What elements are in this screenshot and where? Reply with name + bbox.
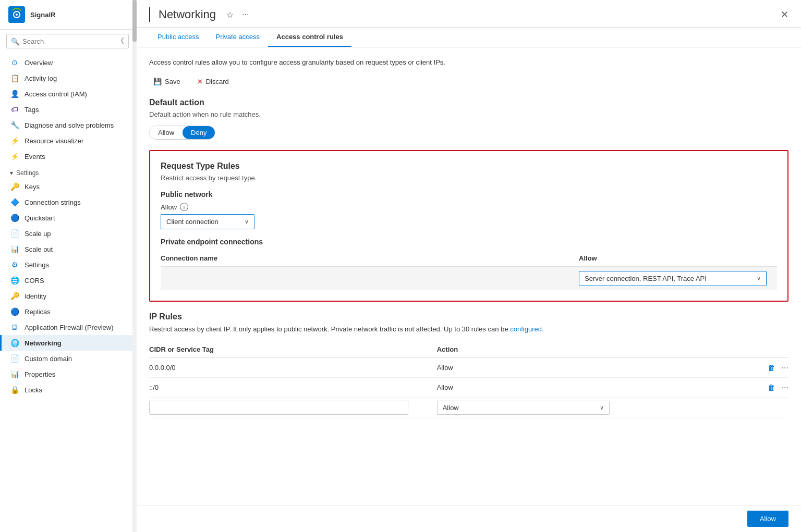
sidebar-item-app-firewall[interactable]: 🖥 Application Firewall (Preview) <box>0 319 135 335</box>
quickstart-icon: 🔵 <box>10 214 19 222</box>
scrollbar-track <box>132 0 137 532</box>
ip-rules-title: IP Rules <box>149 312 788 321</box>
connection-strings-icon: 🔷 <box>10 198 19 206</box>
sidebar-nav: ⊙ Overview 📋 Activity log 👤 Access contr… <box>0 53 135 400</box>
sidebar-item-diagnose[interactable]: 🔧 Diagnose and solve problems <box>0 117 135 133</box>
sidebar-item-label: Keys <box>25 183 40 191</box>
sidebar-item-properties[interactable]: 📊 Properties <box>0 366 135 382</box>
more-button[interactable]: ··· <box>240 8 251 21</box>
ip-ops-2: 🗑 ··· <box>628 378 788 398</box>
sidebar-item-label: Identity <box>25 292 46 300</box>
favorite-button[interactable]: ☆ <box>224 8 236 22</box>
sidebar-item-events[interactable]: ⚡ Events <box>0 149 135 164</box>
ip-action-input-cell: Allow ∨ <box>437 398 629 418</box>
allow-label: Allow i <box>161 203 777 211</box>
ip-cidr-1: 0.0.0.0/0 <box>149 358 437 378</box>
ip-rule-row-2: ::/0 Allow 🗑 ··· <box>149 378 788 398</box>
more-ops-2-button[interactable]: ··· <box>782 383 788 392</box>
delete-rule-2-button[interactable]: 🗑 <box>766 382 778 393</box>
ip-rules-section: IP Rules Restrict access by client IP. I… <box>149 312 788 418</box>
sidebar: SignalR 🔍 《 ⊙ Overview 📋 Activity log 👤 … <box>0 0 136 532</box>
scrollbar-thumb[interactable] <box>132 0 137 42</box>
sidebar-header: SignalR <box>0 0 135 30</box>
tab-access-control-rules[interactable]: Access control rules <box>268 28 351 47</box>
sidebar-item-custom-domain[interactable]: 📄 Custom domain <box>0 351 135 366</box>
app-title: SignalR <box>30 11 55 19</box>
allow-button[interactable]: Allow <box>747 511 788 527</box>
sidebar-item-overview[interactable]: ⊙ Overview <box>0 55 135 70</box>
ip-ops-input <box>628 398 788 418</box>
sidebar-item-access-control[interactable]: 👤 Access control (IAM) <box>0 86 135 102</box>
sidebar-item-locks[interactable]: 🔒 Locks <box>0 382 135 398</box>
sidebar-item-resource-visualizer[interactable]: ⚡ Resource visualizer <box>0 133 135 149</box>
networking-icon: 🌐 <box>10 339 19 347</box>
bottom-bar: Allow <box>137 505 801 532</box>
search-icon: 🔍 <box>11 38 19 45</box>
toggle-deny[interactable]: Deny <box>183 126 215 139</box>
server-connection-dropdown[interactable]: Server connection, REST API, Trace API ∨ <box>579 271 767 286</box>
sidebar-item-label: Overview <box>25 59 53 67</box>
sidebar-item-label: Scale out <box>25 245 53 253</box>
sidebar-item-activity-log[interactable]: 📋 Activity log <box>0 70 135 86</box>
settings-section-header[interactable]: ▾ Settings <box>0 164 135 179</box>
sidebar-item-replicas[interactable]: 🔵 Replicas <box>0 304 135 319</box>
tab-public-access[interactable]: Public access <box>149 28 207 47</box>
sidebar-item-label: Scale up <box>25 230 51 238</box>
server-connection-value: Server connection, REST API, Trace API <box>585 275 707 282</box>
sidebar-item-label: Networking <box>25 339 62 347</box>
action-dropdown[interactable]: Allow ∨ <box>437 401 610 415</box>
discard-icon: ✕ <box>197 78 203 85</box>
endpoint-allow-dropdown[interactable]: Server connection, REST API, Trace API ∨ <box>579 271 777 286</box>
col-connection-name-header: Connection name <box>161 254 579 262</box>
sidebar-item-quickstart[interactable]: 🔵 Quickstart <box>0 210 135 226</box>
ip-rules-link[interactable]: configured. <box>510 325 543 333</box>
sidebar-scroll-area <box>136 0 137 532</box>
default-action-title: Default action <box>149 98 788 107</box>
more-ops-1-button[interactable]: ··· <box>782 363 788 373</box>
replicas-icon: 🔵 <box>10 307 19 316</box>
sidebar-item-connection-strings[interactable]: 🔷 Connection strings <box>0 194 135 210</box>
svg-point-2 <box>16 14 18 16</box>
ip-cidr-2: ::/0 <box>149 378 437 398</box>
sidebar-item-keys[interactable]: 🔑 Keys <box>0 179 135 194</box>
collapse-button[interactable]: 《 <box>117 36 124 46</box>
tags-icon: 🏷 <box>10 105 19 114</box>
toolbar: 💾 Save ✕ Discard <box>149 76 788 88</box>
col-allow-header: Allow <box>579 254 777 262</box>
sidebar-item-cors[interactable]: 🌐 CORS <box>0 273 135 288</box>
default-action-toggle: Allow Deny <box>149 126 215 140</box>
save-button[interactable]: 💾 Save <box>149 76 185 88</box>
default-action-subtitle: Default action when no rule matches. <box>149 110 788 118</box>
sidebar-item-scale-up[interactable]: 📄 Scale up <box>0 226 135 241</box>
discard-button[interactable]: ✕ Discard <box>193 76 233 88</box>
sidebar-item-identity[interactable]: 🔑 Identity <box>0 288 135 304</box>
request-type-rules-subtitle: Restrict access by request type. <box>161 174 777 182</box>
sidebar-item-settings[interactable]: ⚙ Settings <box>0 257 135 273</box>
public-network-title: Public network <box>161 190 777 199</box>
sidebar-item-label: Settings <box>25 261 49 269</box>
search-box[interactable]: 🔍 《 <box>6 34 129 48</box>
sidebar-item-networking[interactable]: 🌐 Networking <box>0 335 135 351</box>
tab-private-access[interactable]: Private access <box>207 28 268 47</box>
close-button[interactable]: ✕ <box>781 9 788 20</box>
settings-icon: ⚙ <box>10 261 19 269</box>
sidebar-item-tags[interactable]: 🏷 Tags <box>0 102 135 117</box>
sidebar-item-scale-out[interactable]: 📊 Scale out <box>0 241 135 257</box>
tabs-bar: Public access Private access Access cont… <box>137 28 801 47</box>
allow-text: Allow <box>161 203 177 211</box>
client-connection-dropdown[interactable]: Client connection ∨ <box>161 214 254 229</box>
search-input[interactable] <box>22 38 114 45</box>
identity-icon: 🔑 <box>10 292 19 300</box>
action-value: Allow <box>443 404 459 412</box>
ip-cidr-input-cell <box>149 398 437 418</box>
info-icon[interactable]: i <box>180 203 188 211</box>
sidebar-item-label: Locks <box>25 386 42 394</box>
toggle-allow[interactable]: Allow <box>150 126 183 139</box>
discard-label: Discard <box>206 78 229 85</box>
client-connection-value: Client connection <box>166 218 219 226</box>
cidr-input[interactable] <box>149 401 408 415</box>
private-endpoint-title: Private endpoint connections <box>161 238 777 246</box>
ip-action-2: Allow <box>437 378 629 398</box>
delete-rule-1-button[interactable]: 🗑 <box>766 362 778 373</box>
save-label: Save <box>165 78 180 85</box>
